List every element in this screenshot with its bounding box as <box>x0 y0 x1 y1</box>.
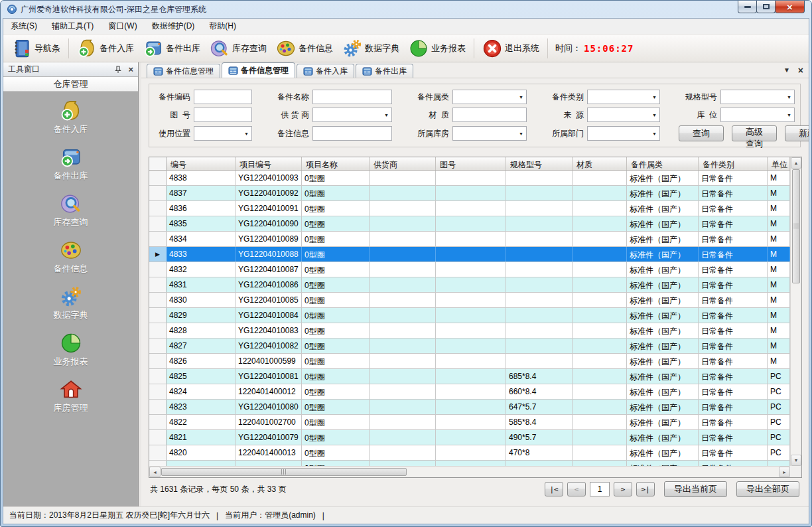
table-row[interactable]: 4828YG122040100830型圈标准件（国产）日常备件M <box>149 323 790 339</box>
sidebar-item-spare-out[interactable]: 备件出库 <box>54 146 88 182</box>
table-row[interactable]: 4825YG122040100810型圈685*8.4标准件（国产）日常备件PC <box>149 369 790 384</box>
grid-column-header[interactable]: 供货商 <box>370 157 436 170</box>
sidebar-section-title[interactable]: 仓库管理 <box>3 77 138 92</box>
menu-item[interactable]: 窗口(W) <box>101 18 144 35</box>
toolbar-button-biz-report[interactable]: 业务报表 <box>404 37 470 60</box>
table-row[interactable]: 4835YG122040100900型圈标准件（国产）日常备件M <box>149 216 790 232</box>
grid-column-header[interactable]: 单位 <box>768 157 790 170</box>
grid-row-indicator <box>149 262 167 277</box>
table-row[interactable]: ▶4833YG122040100880型圈标准件（国产）日常备件M <box>149 247 790 262</box>
filter-dropdown[interactable]: ▼ <box>720 108 795 122</box>
table-row[interactable]: 4837YG122040100920型圈标准件（国产）日常备件M <box>149 186 790 201</box>
toolbar-button-exit[interactable]: 退出系统 <box>478 37 544 60</box>
menu-item[interactable]: 辅助工具(T) <box>44 18 101 35</box>
tab-close-icon[interactable]: × <box>798 66 803 75</box>
grid-column-header[interactable]: 备件类别 <box>699 157 768 170</box>
tool-window-close-icon[interactable]: × <box>128 65 133 74</box>
tab-list-dropdown-icon[interactable]: ▼ <box>783 67 790 74</box>
tab-0[interactable]: 备件信息管理 <box>147 64 220 78</box>
table-row[interactable]: 482012204014000130型圈470*8标准件（国产）日常备件PC <box>149 445 790 461</box>
table-row[interactable]: 4830YG122040100850型圈标准件（国产）日常备件M <box>149 293 790 308</box>
filter-dropdown[interactable]: ▼ <box>194 126 252 141</box>
sidebar-item-warehouse[interactable]: 库房管理 <box>54 378 88 414</box>
toolbar-button-navbar[interactable]: 导航条 <box>7 37 65 60</box>
menu-item[interactable]: 系统(S) <box>3 18 44 35</box>
vertical-scrollbar[interactable]: ▲ ▼ <box>790 157 801 466</box>
advanced-search-button[interactable]: 高级查询 <box>732 125 777 141</box>
page-number-input[interactable] <box>590 482 610 496</box>
maximize-button[interactable] <box>756 1 776 13</box>
filter-dropdown[interactable]: ▼ <box>452 90 527 104</box>
menu-item[interactable]: 帮助(H) <box>202 18 243 35</box>
horizontal-scroll-thumb[interactable] <box>161 468 407 476</box>
tab-2[interactable]: 备件入库 <box>297 64 354 78</box>
filter-text-input[interactable] <box>312 126 392 141</box>
minimize-button[interactable] <box>738 1 757 13</box>
toolbar-button-data-dict[interactable]: 数据字典 <box>338 37 404 60</box>
grid-column-header[interactable]: 备件属类 <box>627 157 699 170</box>
filter-text-input[interactable] <box>194 108 252 122</box>
table-row[interactable]: 4823YG122040100800型圈647*5.7标准件（国产）日常备件PC <box>149 400 790 415</box>
table-row[interactable]: 4829YG122040100840型圈标准件（国产）日常备件M <box>149 308 790 323</box>
sidebar-item-data-dict[interactable]: 数据字典 <box>54 285 88 321</box>
scroll-left-button[interactable]: ◄ <box>149 467 161 477</box>
toolbar-button-spare-info[interactable]: 备件信息 <box>271 37 338 60</box>
table-row[interactable]: 4832YG122040100870型圈标准件（国产）日常备件M <box>149 262 790 277</box>
filter-text-input[interactable] <box>312 90 392 104</box>
toolbar-button-inventory-query[interactable]: 库存查询 <box>205 37 271 60</box>
filter-text-input[interactable] <box>194 90 252 104</box>
table-row[interactable]: 0型圈标准件（国产）日常备件 <box>149 461 790 466</box>
export-current-page-button[interactable]: 导出当前页 <box>664 481 727 497</box>
table-row[interactable]: 4836YG122040100910型圈标准件（国产）日常备件M <box>149 201 790 216</box>
table-row[interactable]: 4838YG122040100930型圈标准件（国产）日常备件M <box>149 171 790 186</box>
first-page-button[interactable]: |< <box>545 482 563 496</box>
table-row[interactable]: 4821YG122040100790型圈490*5.7标准件（国产）日常备件PC <box>149 430 790 445</box>
grid-column-header[interactable]: 图号 <box>436 157 506 170</box>
grid-column-header[interactable]: 项目名称 <box>302 157 370 170</box>
filter-dropdown[interactable]: ▼ <box>587 90 660 104</box>
table-row[interactable]: 4831YG122040100860型圈标准件（国产）日常备件M <box>149 277 790 293</box>
grid-column-header[interactable]: 材质 <box>573 157 627 170</box>
filter-dropdown[interactable]: ▼ <box>720 90 795 104</box>
grid-cell <box>573 262 627 277</box>
grid-row-indicator <box>149 186 167 200</box>
sidebar-item-spare-info[interactable]: 备件信息 <box>54 239 88 275</box>
scroll-up-button[interactable]: ▲ <box>791 157 801 169</box>
next-page-button[interactable]: > <box>614 482 632 496</box>
grid-cell <box>370 293 436 307</box>
new-button[interactable]: 新建 <box>785 125 809 141</box>
grid-column-header[interactable]: 项目编号 <box>236 157 302 170</box>
horizontal-scrollbar[interactable]: ◄ ► <box>149 466 790 477</box>
sidebar-item-inventory-query[interactable]: 库存查询 <box>54 192 88 228</box>
filter-text-input[interactable] <box>452 108 527 122</box>
pin-icon[interactable] <box>114 66 122 74</box>
thumb-grip <box>281 469 287 475</box>
table-row[interactable]: 4827YG122040100820型圈标准件（国产）日常备件M <box>149 339 790 354</box>
scroll-right-button[interactable]: ► <box>779 467 790 477</box>
filter-dropdown[interactable]: ▼ <box>312 108 392 122</box>
scroll-down-button[interactable]: ▼ <box>791 455 801 466</box>
filter-dropdown[interactable]: ▼ <box>452 126 527 141</box>
table-row[interactable]: 482412204014000120型圈660*8.4标准件（国产）日常备件PC <box>149 384 790 400</box>
grid-cell <box>506 247 573 262</box>
grid-column-header[interactable]: 编号 <box>167 157 236 170</box>
tab-1[interactable]: 备件信息管理 <box>222 62 295 78</box>
filter-dropdown[interactable]: ▼ <box>587 108 660 122</box>
grid-column-header[interactable]: 规格型号 <box>506 157 573 170</box>
vertical-scroll-thumb[interactable] <box>792 169 800 283</box>
search-button[interactable]: 查询 <box>679 125 724 141</box>
prev-page-button[interactable]: < <box>567 482 586 496</box>
filter-dropdown[interactable]: ▼ <box>587 126 660 141</box>
table-row[interactable]: 482212204010027000型圈585*8.4标准件（国产）日常备件PC <box>149 415 790 430</box>
toolbar-button-spare-in[interactable]: 备件入库 <box>72 37 139 60</box>
tab-3[interactable]: 备件出库 <box>356 64 413 78</box>
menu-item[interactable]: 数据维护(D) <box>145 18 202 35</box>
last-page-button[interactable]: >| <box>636 482 655 496</box>
close-button[interactable]: × <box>775 1 805 13</box>
export-all-pages-button[interactable]: 导出全部页 <box>736 481 799 497</box>
table-row[interactable]: 4834YG122040100890型圈标准件（国产）日常备件M <box>149 232 790 247</box>
toolbar-button-spare-out[interactable]: 备件出库 <box>139 37 205 60</box>
table-row[interactable]: 482612204010005990型圈标准件（国产）日常备件M <box>149 354 790 369</box>
sidebar-item-biz-report[interactable]: 业务报表 <box>54 332 88 368</box>
sidebar-item-spare-in[interactable]: 备件入库 <box>54 100 88 135</box>
